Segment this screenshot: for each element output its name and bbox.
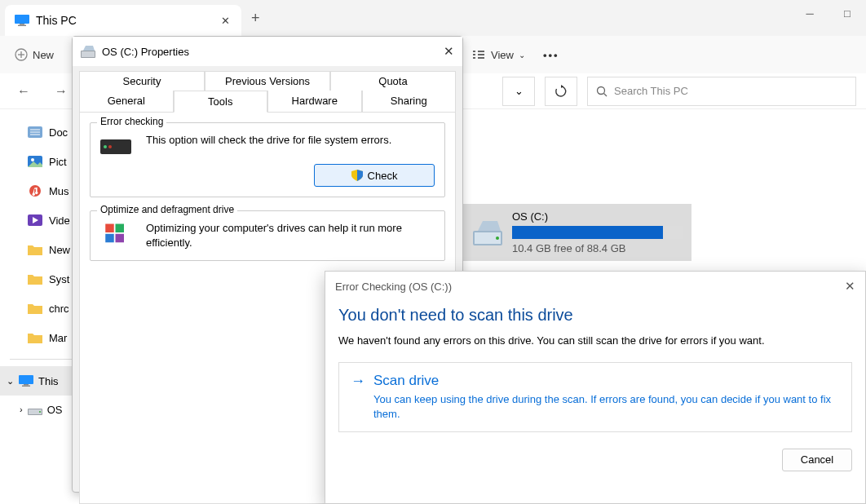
new-button[interactable]: New xyxy=(15,48,54,61)
error-checking-group: Error checking This option will check th… xyxy=(90,122,445,197)
drive-name: OS (C:) xyxy=(512,210,683,223)
chevron-down-icon: ⌄ xyxy=(515,85,524,97)
search-box[interactable]: Search This PC xyxy=(587,77,856,106)
button-row: Cancel xyxy=(325,432,865,471)
chevron-right-icon: › xyxy=(20,405,23,414)
group-title: Error checking xyxy=(97,116,166,127)
cancel-button[interactable]: Cancel xyxy=(782,449,852,471)
new-label: New xyxy=(33,49,54,61)
svg-line-13 xyxy=(604,93,608,96)
dialog-titlebar[interactable]: OS (C:) Properties ✕ xyxy=(73,37,462,66)
sidebar-item-label: Vide xyxy=(49,214,70,227)
view-label: View xyxy=(491,49,514,61)
drive-free-text: 10.4 GB free of 88.4 GB xyxy=(512,242,683,254)
svg-rect-23 xyxy=(24,384,29,386)
svg-point-30 xyxy=(496,237,499,240)
dialog-heading: You don't need to scan this drive xyxy=(325,301,865,333)
sidebar-item-label: OS xyxy=(47,404,63,416)
tab-row-2: General Tools Hardware Sharing xyxy=(79,91,456,113)
group-description: This option will check the drive for fil… xyxy=(146,133,435,156)
music-icon xyxy=(28,185,42,197)
search-icon xyxy=(596,86,608,97)
folder-icon xyxy=(28,332,42,343)
tab-row-1: Security Previous Versions Quota xyxy=(79,71,456,91)
tab-this-pc[interactable]: This PC ✕ xyxy=(5,5,241,36)
check-button[interactable]: Check xyxy=(314,164,435,187)
more-button[interactable]: ••• xyxy=(543,49,559,61)
plus-circle-icon xyxy=(15,48,28,61)
sidebar-item-label: This xyxy=(38,375,59,387)
shield-icon xyxy=(351,170,363,181)
sidebar-item-label: Syst xyxy=(49,273,69,285)
maximize-button[interactable]: □ xyxy=(828,0,866,26)
drive-tile[interactable]: OS (C:) 10.4 GB free of 88.4 GB xyxy=(463,204,691,261)
svg-point-35 xyxy=(108,145,112,148)
sidebar-item-label: Mus xyxy=(49,185,69,197)
drive-icon xyxy=(81,45,95,58)
error-checking-dialog: Error Checking (OS (C:)) ✕ You don't nee… xyxy=(325,271,866,504)
close-button[interactable]: ✕ xyxy=(444,44,454,59)
svg-point-27 xyxy=(39,411,41,413)
svg-rect-1 xyxy=(20,24,24,25)
close-button[interactable]: ✕ xyxy=(845,279,855,294)
sidebar-item-label: chrc xyxy=(49,303,69,315)
tab-tools[interactable]: Tools xyxy=(174,91,268,113)
tab-bar: This PC ✕ + ─ □ xyxy=(0,0,866,36)
svg-rect-0 xyxy=(15,15,29,24)
dialog-body-text: We haven't found any errors on this driv… xyxy=(325,333,865,362)
svg-rect-39 xyxy=(116,234,125,243)
group-description: Optimizing your computer's drives can he… xyxy=(146,221,435,250)
dialog-titlebar[interactable]: Error Checking (OS (C:)) ✕ xyxy=(325,272,865,301)
sidebar-item-label: New xyxy=(49,244,70,256)
search-placeholder: Search This PC xyxy=(614,85,688,97)
arrow-right-icon: → xyxy=(351,373,365,390)
tab-close-icon[interactable]: ✕ xyxy=(219,15,232,27)
tab-general[interactable]: General xyxy=(79,91,174,113)
tab-previous-versions[interactable]: Previous Versions xyxy=(205,71,330,91)
optimize-group: Optimize and defragment drive Optimizing… xyxy=(90,210,445,261)
tab-hardware[interactable]: Hardware xyxy=(267,91,362,113)
svg-rect-36 xyxy=(105,224,114,233)
svg-rect-2 xyxy=(18,25,26,27)
scan-label: Scan drive xyxy=(373,373,840,389)
svg-rect-37 xyxy=(116,224,125,233)
view-icon xyxy=(471,49,486,60)
dialog-title: OS (C:) Properties xyxy=(102,46,444,58)
folder-icon xyxy=(28,244,42,255)
refresh-button[interactable] xyxy=(545,77,577,106)
svg-point-19 xyxy=(31,158,34,161)
view-button[interactable]: View ⌄ xyxy=(471,49,525,61)
videos-icon xyxy=(28,214,42,226)
tab-label: This PC xyxy=(36,14,219,27)
scan-drive-option[interactable]: → Scan drive You can keep using the driv… xyxy=(338,362,852,432)
svg-rect-24 xyxy=(22,386,30,387)
drive-icon xyxy=(28,404,42,415)
documents-icon xyxy=(28,126,42,138)
usage-bar-fill xyxy=(512,226,663,239)
refresh-icon xyxy=(555,85,568,98)
usage-bar xyxy=(512,226,683,239)
address-dropdown[interactable]: ⌄ xyxy=(502,77,535,106)
svg-point-34 xyxy=(104,145,107,148)
sidebar-item-label: Doc xyxy=(49,126,68,139)
back-button[interactable]: ← xyxy=(10,84,38,99)
tab-security[interactable]: Security xyxy=(79,71,205,91)
tab-quota[interactable]: Quota xyxy=(330,71,456,91)
sidebar-item-label: Mar xyxy=(49,332,67,344)
monitor-icon xyxy=(15,15,29,26)
minimize-button[interactable]: ─ xyxy=(791,0,828,26)
monitor-icon xyxy=(19,375,33,387)
drive-icon xyxy=(471,216,504,249)
tab-sharing[interactable]: Sharing xyxy=(362,91,457,113)
svg-rect-38 xyxy=(105,234,114,243)
drive-info: OS (C:) 10.4 GB free of 88.4 GB xyxy=(512,210,683,254)
drive-check-icon xyxy=(100,133,136,156)
pictures-icon xyxy=(28,156,42,167)
svg-rect-32 xyxy=(82,51,95,57)
cancel-label: Cancel xyxy=(801,453,833,466)
svg-point-12 xyxy=(598,86,605,94)
group-title: Optimize and defragment drive xyxy=(97,204,237,215)
forward-button[interactable]: → xyxy=(47,84,75,99)
new-tab-button[interactable]: + xyxy=(251,10,260,27)
defrag-icon xyxy=(100,221,136,244)
